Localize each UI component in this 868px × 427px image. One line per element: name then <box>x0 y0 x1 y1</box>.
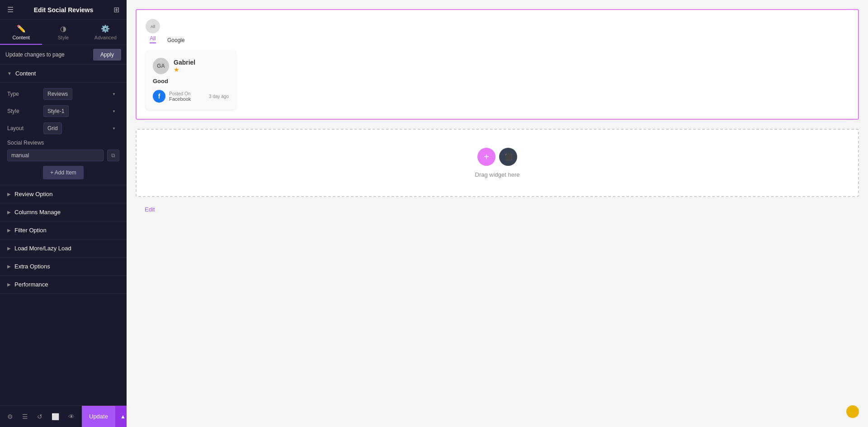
extra-options-arrow: ▶ <box>7 264 11 269</box>
load-more-label: Load More/Lazy Load <box>14 245 71 252</box>
yellow-indicator <box>846 405 859 418</box>
social-reviews-input[interactable] <box>7 150 104 161</box>
type-label: Type <box>7 91 43 97</box>
copy-button[interactable]: ⧉ <box>107 150 119 161</box>
performance-header[interactable]: ▶ Performance <box>0 276 127 293</box>
performance-label: Performance <box>14 281 48 288</box>
review-footer: f Posted On Facebook 3 day ago <box>153 90 229 103</box>
content-fields: Type Reviews Style Style-1 Layout Grid <box>0 83 127 185</box>
style-select[interactable]: Style-1 <box>43 105 69 117</box>
filter-option-arrow: ▶ <box>7 228 11 233</box>
drop-zone-buttons: + ⬛ <box>477 148 517 166</box>
filter-option-section: ▶ Filter Option <box>0 221 127 239</box>
load-more-section: ▶ Load More/Lazy Load <box>0 239 127 258</box>
update-button[interactable]: Update <box>82 406 115 427</box>
review-date: 3 day ago <box>209 94 229 99</box>
filter-option-header[interactable]: ▶ Filter Option <box>0 221 127 239</box>
history-icon-button[interactable]: ↺ <box>33 410 46 423</box>
review-widget-container: All All Google GA Gabriel ★ Good f <box>136 9 859 120</box>
main-content: All All Google GA Gabriel ★ Good f <box>127 0 868 427</box>
drop-widget-button[interactable]: ⬛ <box>499 148 517 166</box>
extra-options-header[interactable]: ▶ Extra Options <box>0 258 127 275</box>
layout-select[interactable]: Grid <box>43 122 62 134</box>
layout-select-wrapper: Grid <box>43 122 119 134</box>
review-text: Good <box>153 78 229 84</box>
bottom-toolbar: ⚙ ☰ ↺ ⬜ 👁 Update ▲ <box>0 405 127 427</box>
reviewer-info: Gabriel ★ <box>174 59 195 73</box>
tab-advanced[interactable]: ⚙️ Advanced <box>85 20 127 45</box>
review-tab-all[interactable]: All All <box>146 19 160 43</box>
drop-zone: + ⬛ Drag widget here <box>136 129 859 197</box>
extra-options-label: Extra Options <box>14 263 50 270</box>
tab-content-label: Content <box>12 35 30 40</box>
edit-link[interactable]: Edit <box>145 206 859 213</box>
update-bar: Update changes to page Apply <box>0 45 127 65</box>
review-card-header: GA Gabriel ★ <box>153 58 229 74</box>
layout-label: Layout <box>7 125 43 131</box>
toolbar-icons: ⚙ ☰ ↺ ⬜ 👁 <box>0 410 82 423</box>
type-select-wrapper: Reviews <box>43 88 119 100</box>
load-more-arrow: ▶ <box>7 246 11 251</box>
columns-manage-label: Columns Manage <box>14 209 61 216</box>
reviewer-avatar: GA <box>153 58 169 74</box>
tab-advanced-label: Advanced <box>94 35 117 40</box>
review-card: GA Gabriel ★ Good f Posted On Facebook 3… <box>146 51 236 110</box>
sidebar-header: ☰ Edit Social Reviews ⊞ <box>0 0 127 20</box>
performance-section: ▶ Performance <box>0 276 127 294</box>
all-tab-label: All <box>150 35 156 43</box>
layout-field-row: Layout Grid <box>7 122 119 134</box>
performance-arrow: ▶ <box>7 282 11 287</box>
drop-zone-text: Drag widget here <box>475 171 520 178</box>
filter-option-label: Filter Option <box>14 227 47 234</box>
reviewer-initials: GA <box>157 63 165 69</box>
review-option-arrow: ▶ <box>7 192 11 197</box>
content-tab-icon: ✏️ <box>17 24 26 33</box>
update-bar-text: Update changes to page <box>5 52 65 58</box>
apply-button[interactable]: Apply <box>93 49 121 61</box>
review-option-section: ▶ Review Option <box>0 185 127 203</box>
type-field-row: Type Reviews <box>7 88 119 100</box>
grid-icon[interactable]: ⊞ <box>113 5 119 14</box>
style-field-row: Style Style-1 <box>7 105 119 117</box>
load-more-header[interactable]: ▶ Load More/Lazy Load <box>0 239 127 257</box>
style-tab-icon: ◑ <box>60 24 66 33</box>
drop-add-button[interactable]: + <box>477 148 495 166</box>
extra-options-section: ▶ Extra Options <box>0 258 127 276</box>
review-option-label: Review Option <box>14 191 53 197</box>
columns-manage-section: ▶ Columns Manage <box>0 203 127 221</box>
review-source-info: Posted On Facebook <box>169 91 205 102</box>
review-option-header[interactable]: ▶ Review Option <box>0 185 127 203</box>
review-source-name: Facebook <box>169 96 205 102</box>
review-tab-google[interactable]: Google <box>167 37 185 43</box>
review-filter-tabs: All All Google <box>146 19 849 43</box>
all-tab-avatar: All <box>146 19 160 33</box>
content-section-header[interactable]: ▼ Content <box>0 65 127 83</box>
type-select[interactable]: Reviews <box>43 88 72 100</box>
tab-style-label: Style <box>58 35 69 40</box>
settings-icon-button[interactable]: ⚙ <box>4 410 17 423</box>
tab-content[interactable]: ✏️ Content <box>0 20 42 45</box>
social-reviews-input-row: ⧉ <box>7 150 119 161</box>
svg-text:All: All <box>151 24 155 29</box>
sidebar: ☰ Edit Social Reviews ⊞ ✏️ Content ◑ Sty… <box>0 0 127 427</box>
columns-manage-header[interactable]: ▶ Columns Manage <box>0 203 127 221</box>
add-item-button[interactable]: + Add Item <box>43 166 84 179</box>
preview-icon-button[interactable]: 👁 <box>65 410 78 423</box>
google-tab-label: Google <box>167 37 185 43</box>
advanced-tab-icon: ⚙️ <box>101 24 110 33</box>
sidebar-title: Edit Social Reviews <box>34 6 94 14</box>
hamburger-icon[interactable]: ☰ <box>7 5 14 14</box>
content-arrow-icon: ▼ <box>7 71 12 76</box>
layers-icon-button[interactable]: ☰ <box>19 410 32 423</box>
style-field-label: Style <box>7 108 43 114</box>
social-reviews-label: Social Reviews <box>7 140 119 146</box>
tab-style[interactable]: ◑ Style <box>42 20 84 45</box>
tab-bar: ✏️ Content ◑ Style ⚙️ Advanced <box>0 20 127 45</box>
content-section-label: Content <box>15 70 36 77</box>
style-select-wrapper: Style-1 <box>43 105 119 117</box>
star-rating: ★ <box>174 66 195 73</box>
reviewer-name: Gabriel <box>174 59 195 66</box>
responsive-icon-button[interactable]: ⬜ <box>48 410 63 423</box>
review-source-label: Posted On <box>169 91 205 96</box>
update-chevron-button[interactable]: ▲ <box>115 406 127 427</box>
